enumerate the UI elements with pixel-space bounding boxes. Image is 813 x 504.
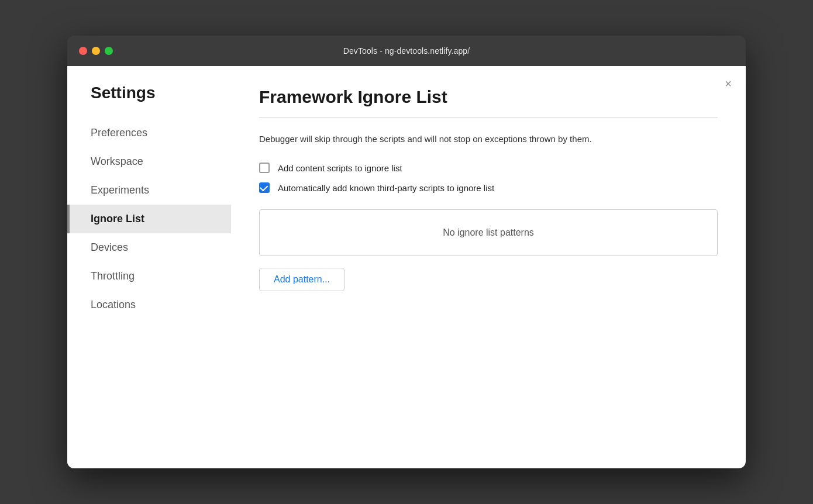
patterns-empty-text: No ignore list patterns <box>443 227 534 238</box>
main-panel: × Framework Ignore List Debugger will sk… <box>231 66 746 468</box>
checkbox-third-party-label: Automatically add known third-party scri… <box>278 183 494 193</box>
sidebar: Settings Preferences Workspace Experimen… <box>67 66 231 468</box>
sidebar-item-workspace[interactable]: Workspace <box>67 147 231 176</box>
sidebar-nav: Preferences Workspace Experiments Ignore… <box>67 119 231 319</box>
section-title: Framework Ignore List <box>259 87 718 107</box>
titlebar: DevTools - ng-devtools.netlify.app/ <box>67 36 746 66</box>
sidebar-item-ignore-list[interactable]: Ignore List <box>67 205 231 233</box>
checkbox-content-scripts-box[interactable] <box>259 163 270 173</box>
window-content: Settings Preferences Workspace Experimen… <box>67 66 746 468</box>
sidebar-item-preferences[interactable]: Preferences <box>67 119 231 147</box>
close-traffic-light[interactable] <box>79 47 87 55</box>
sidebar-title: Settings <box>67 84 231 119</box>
section-description: Debugger will skip through the scripts a… <box>259 132 669 146</box>
checkbox-group: Add content scripts to ignore list Autom… <box>259 163 718 193</box>
window-title: DevTools - ng-devtools.netlify.app/ <box>343 46 470 56</box>
add-pattern-button[interactable]: Add pattern... <box>259 268 345 291</box>
patterns-box: No ignore list patterns <box>259 209 718 256</box>
checkbox-third-party[interactable]: Automatically add known third-party scri… <box>259 182 718 193</box>
sidebar-item-experiments[interactable]: Experiments <box>67 176 231 205</box>
sidebar-item-throttling[interactable]: Throttling <box>67 262 231 291</box>
traffic-lights <box>79 47 113 55</box>
checkbox-content-scripts[interactable]: Add content scripts to ignore list <box>259 163 718 173</box>
checkbox-third-party-box[interactable] <box>259 182 270 193</box>
window: DevTools - ng-devtools.netlify.app/ Sett… <box>67 36 746 468</box>
sidebar-item-locations[interactable]: Locations <box>67 291 231 319</box>
checkbox-content-scripts-label: Add content scripts to ignore list <box>278 163 402 173</box>
section-divider <box>259 118 718 118</box>
minimize-traffic-light[interactable] <box>92 47 100 55</box>
maximize-traffic-light[interactable] <box>105 47 113 55</box>
close-button[interactable]: × <box>725 78 732 89</box>
sidebar-item-devices[interactable]: Devices <box>67 233 231 262</box>
